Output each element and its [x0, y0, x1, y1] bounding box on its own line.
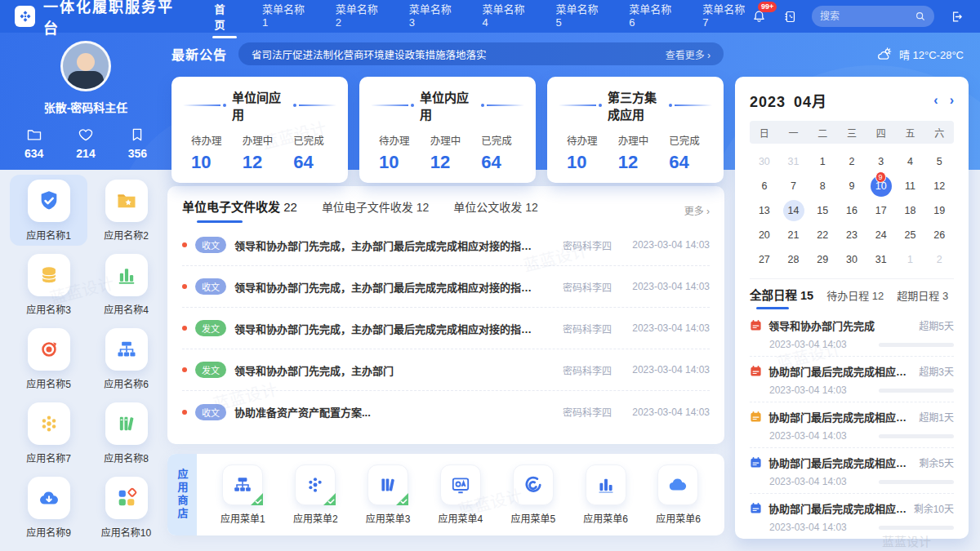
calendar-day[interactable]: 13	[750, 199, 779, 221]
search-icon[interactable]	[915, 11, 926, 22]
tab-all-schedules[interactable]: 全部日程 15	[750, 286, 813, 309]
stat-bookmarks[interactable]: 356	[112, 127, 163, 160]
nav-menu-4[interactable]: 菜单名称4	[481, 0, 530, 42]
card-third-party[interactable]: 第三方集成应用 待办理10 办理中12 已完成64	[547, 77, 724, 183]
calendar-day[interactable]: 18	[896, 199, 925, 221]
calendar-day[interactable]: 30	[837, 248, 866, 270]
calendar-day[interactable]: 29	[808, 248, 837, 270]
calendar-day[interactable]: 2	[837, 150, 866, 172]
announcement-pill[interactable]: 省司法厅促进法制化营商环境建设政策措施落地落实 查看更多 ›	[238, 42, 724, 65]
sidebar-app-4[interactable]: 应用名称4	[87, 249, 165, 320]
calendar-icon	[750, 365, 762, 377]
store-app-4[interactable]: 应用菜单4	[439, 464, 483, 525]
sidebar-app-8[interactable]: 应用名称8	[87, 398, 165, 469]
nav-menu-7[interactable]: 菜单名称7	[701, 0, 750, 42]
calendar-day[interactable]: 1	[808, 150, 837, 172]
tab-unit-efile-1[interactable]: 单位电子文件收发 22	[182, 198, 297, 223]
stat-documents[interactable]: 634	[8, 127, 60, 160]
store-app-7[interactable]: 应用菜单6	[656, 464, 701, 525]
search-input[interactable]	[820, 11, 915, 22]
calendar-day[interactable]: 21	[779, 224, 808, 246]
sidebar-app-2[interactable]: 应用名称2	[87, 175, 165, 246]
calendar-day[interactable]: 20	[750, 224, 779, 246]
notification-bell-icon[interactable]: 99+	[750, 7, 768, 25]
calendar-next-icon[interactable]: ›	[950, 94, 954, 107]
schedule-row[interactable]: 协助部门最后完成完成相应对接... 剩余10天 2023-03-04 14:03	[750, 494, 954, 539]
calendar-day[interactable]: 27	[750, 248, 779, 270]
calendar-day[interactable]: 12	[924, 175, 954, 197]
calendar-day[interactable]: 8	[808, 175, 837, 197]
calendar-day[interactable]: 23	[837, 224, 866, 246]
calendar-day[interactable]: 16	[837, 199, 866, 221]
more-link[interactable]: 更多 ›	[684, 203, 710, 217]
tab-unit-official[interactable]: 单位公文收发 12	[453, 198, 537, 223]
calendar-day[interactable]: 7	[779, 175, 808, 197]
calendar-prev-icon[interactable]: ‹	[933, 94, 938, 107]
search-box[interactable]	[812, 6, 934, 27]
store-app-1[interactable]: 应用菜单1	[220, 464, 265, 525]
logout-icon[interactable]	[947, 7, 965, 25]
calendar-day[interactable]: 22	[808, 224, 837, 246]
calendar-day[interactable]: 25	[896, 224, 925, 246]
calendar-day[interactable]: 24	[866, 224, 896, 246]
nav-menu-3[interactable]: 菜单名称3	[408, 0, 457, 42]
nav-menu-6[interactable]: 菜单名称6	[627, 0, 676, 42]
calendar-day[interactable]: 28	[779, 248, 808, 270]
calendar-day[interactable]: 109	[866, 175, 896, 197]
calendar-day[interactable]: 14	[779, 199, 808, 221]
sidebar-app-1[interactable]: 应用名称1	[10, 175, 87, 246]
calendar-day[interactable]: 31	[866, 248, 896, 270]
document-row[interactable]: 发文 领导和协办部门先完成，主办部门最后完成完成相应对接的指示任务办件，请示文 …	[182, 308, 710, 349]
calendar-day[interactable]: 9	[837, 175, 866, 197]
app-label: 应用名称10	[101, 525, 151, 539]
avatar[interactable]	[60, 41, 111, 91]
tab-overdue-schedules[interactable]: 超期日程 3	[897, 287, 948, 309]
document-row[interactable]: 收文 领导和协办部门先完成，主办部门最后完成完成相应对接的指示任务办件，请示文 …	[182, 266, 710, 308]
nav-home[interactable]: 首页	[212, 0, 236, 42]
progress-bar	[879, 480, 954, 484]
contacts-book-icon[interactable]	[781, 7, 799, 25]
schedule-row[interactable]: 协助部门最后完成完成相应对接... 超期3天 2023-03-04 14:03	[750, 357, 954, 402]
stat-favorites[interactable]: 214	[60, 127, 111, 160]
calendar-day[interactable]: 11	[896, 175, 925, 197]
document-row[interactable]: 收文 协助准备资产资产配置方案... 密码科李四 2023-03-04 14:0…	[182, 391, 710, 433]
tab-unit-efile-2[interactable]: 单位电子文件收发 12	[322, 198, 429, 223]
sidebar-app-6[interactable]: 应用名称6	[87, 323, 165, 394]
sidebar-app-9[interactable]: 应用名称9	[10, 472, 87, 543]
schedule-time: 2023-03-04 14:03	[769, 476, 847, 487]
schedule-row[interactable]: 协助部门最后完成完成相应对接... 超期1天 2023-03-04 14:03	[750, 402, 954, 448]
calendar-day[interactable]: 6	[750, 175, 779, 197]
tab-todo-schedules[interactable]: 待办日程 12	[826, 287, 884, 309]
nav-menu-5[interactable]: 菜单名称5	[554, 0, 603, 42]
sidebar-app-10[interactable]: 应用名称10	[87, 472, 165, 543]
calendar-day[interactable]: 30	[750, 150, 779, 172]
sidebar-app-7[interactable]: 应用名称7	[10, 398, 87, 469]
calendar-day[interactable]: 1	[896, 248, 925, 270]
schedule-row[interactable]: 协助部门最后完成完成相应对接... 剩余5天 2023-03-04 14:03	[750, 448, 954, 494]
store-app-2[interactable]: 应用菜单2	[293, 464, 338, 525]
card-inter-unit[interactable]: 单位间应用 待办理10 办理中12 已完成64	[172, 77, 348, 183]
calendar-day[interactable]: 2	[924, 248, 954, 270]
sidebar-app-3[interactable]: 应用名称3	[10, 249, 87, 320]
document-row[interactable]: 收文 领导和协办部门先完成，主办部门最后完成完成相应对接的指示任务办件... 密…	[182, 224, 710, 266]
document-row[interactable]: 发文 领导和协办部门先完成，主办部门 密码科李四 2023-03-04 14:0…	[182, 349, 710, 391]
calendar-day[interactable]: 4	[896, 150, 925, 172]
calendar-day[interactable]: 3	[866, 150, 896, 172]
store-app-3[interactable]: 应用菜单3	[366, 464, 411, 525]
announcement-more-link[interactable]: 查看更多 ›	[666, 47, 710, 61]
calendar-day[interactable]: 15	[808, 199, 837, 221]
doc-time: 2023-03-04 14:03	[620, 281, 710, 292]
calendar-day[interactable]: 31	[779, 150, 808, 172]
sidebar-app-5[interactable]: 应用名称5	[10, 323, 87, 394]
calendar-day[interactable]: 26	[924, 224, 954, 246]
store-app-5[interactable]: 应用菜单5	[510, 464, 555, 525]
calendar-day[interactable]: 19	[924, 199, 954, 221]
nav-menu-2[interactable]: 菜单名称2	[334, 0, 383, 42]
store-app-6[interactable]: 应用菜单6	[583, 464, 628, 525]
calendar-day[interactable]: 17	[866, 199, 896, 221]
calendar-day[interactable]: 5	[924, 150, 954, 172]
stat-value: 10	[379, 152, 422, 173]
card-intra-unit[interactable]: 单位内应用 待办理10 办理中12 已完成64	[359, 77, 536, 183]
schedule-row[interactable]: 领导和协办部门先完成 超期5天 2023-03-04 14:03	[750, 311, 954, 357]
nav-menu-1[interactable]: 菜单名称1	[261, 0, 310, 42]
